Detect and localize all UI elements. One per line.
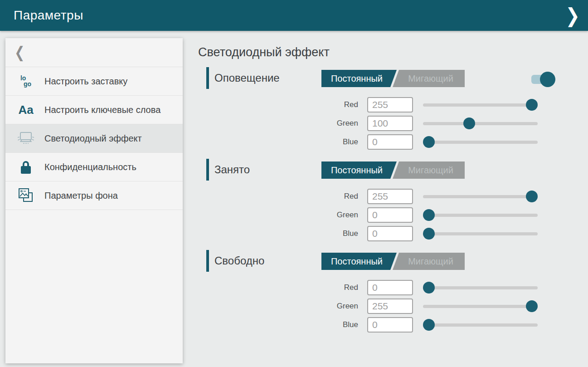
section-label: Свободно	[214, 250, 264, 272]
slider-thumb[interactable]	[423, 228, 435, 240]
rgb-rows: Red Green Blue	[317, 278, 538, 334]
section-notification: Оповещение Постоянный Мигающий Red Green	[0, 67, 588, 158]
channel-row-blue: Blue	[317, 224, 538, 243]
mode-toggle-group: Постоянный Мигающий	[321, 70, 465, 87]
slider-thumb[interactable]	[526, 191, 538, 202]
back-chevron-icon: ❮	[15, 44, 25, 62]
slider-thumb[interactable]	[463, 117, 475, 129]
channel-label: Red	[317, 100, 358, 109]
channel-label: Green	[317, 302, 358, 311]
channel-label: Blue	[317, 229, 358, 238]
slider-track	[423, 323, 538, 327]
channel-row-green: Green	[317, 297, 538, 315]
channel-row-green: Green	[317, 206, 538, 224]
section-accent-bar	[206, 250, 209, 272]
blue-slider[interactable]	[423, 226, 538, 241]
settings-app: Параметры ❯ ❮ lo go Настроить заставку A…	[0, 0, 588, 367]
channel-label: Red	[317, 283, 358, 292]
green-slider[interactable]	[423, 116, 538, 131]
channel-row-green: Green	[317, 114, 538, 132]
slider-track	[423, 122, 538, 125]
notification-enabled-switch[interactable]	[531, 72, 555, 87]
slider-track	[423, 195, 538, 198]
slider-track	[423, 141, 538, 144]
section-busy: Занято Постоянный Мигающий Red Green	[0, 159, 588, 250]
green-value-input[interactable]	[367, 116, 413, 131]
blue-slider[interactable]	[423, 134, 538, 150]
channel-row-blue: Blue	[317, 132, 538, 151]
red-slider[interactable]	[423, 280, 538, 295]
channel-label: Green	[317, 210, 358, 220]
blue-value-input[interactable]	[367, 226, 413, 241]
slider-thumb[interactable]	[526, 300, 538, 312]
mode-toggle-group: Постоянный Мигающий	[321, 161, 465, 179]
red-slider[interactable]	[423, 189, 538, 204]
mode-toggle-group: Постоянный Мигающий	[321, 253, 465, 270]
red-slider[interactable]	[423, 97, 538, 113]
section-label: Оповещение	[214, 67, 280, 89]
content-title: Светодиодный эффект	[198, 45, 330, 59]
slider-track	[423, 103, 538, 107]
section-label: Занято	[214, 159, 250, 181]
red-value-input[interactable]	[367, 97, 413, 113]
channel-row-blue: Blue	[317, 315, 538, 334]
green-value-input[interactable]	[367, 298, 413, 314]
channel-row-red: Red	[317, 278, 538, 297]
slider-thumb[interactable]	[526, 99, 538, 111]
blue-slider[interactable]	[423, 317, 538, 333]
green-value-input[interactable]	[367, 207, 413, 223]
green-slider[interactable]	[423, 298, 538, 314]
channel-row-red: Red	[317, 95, 538, 114]
blue-value-input[interactable]	[367, 317, 413, 333]
forward-chevron-icon[interactable]: ❯	[565, 3, 580, 28]
slider-thumb[interactable]	[423, 136, 435, 148]
channel-label: Blue	[317, 320, 358, 329]
channel-label: Blue	[317, 137, 358, 147]
page-title: Параметры	[14, 8, 83, 23]
section-free: Свободно Постоянный Мигающий Red Green	[0, 250, 588, 341]
red-value-input[interactable]	[367, 280, 413, 295]
slider-track	[423, 286, 538, 289]
slider-track	[423, 232, 538, 235]
sidebar-back-button[interactable]: ❮	[5, 38, 183, 67]
rgb-rows: Red Green Blue	[317, 187, 538, 243]
channel-label: Red	[317, 192, 358, 201]
slider-thumb[interactable]	[423, 282, 435, 294]
section-accent-bar	[206, 159, 209, 181]
blue-value-input[interactable]	[367, 134, 413, 150]
slider-track	[423, 214, 538, 217]
section-accent-bar	[206, 67, 209, 89]
rgb-rows: Red Green Blue	[317, 95, 538, 151]
slider-thumb[interactable]	[423, 319, 435, 331]
red-value-input[interactable]	[367, 189, 413, 204]
green-slider[interactable]	[423, 207, 538, 223]
slider-thumb[interactable]	[423, 209, 435, 221]
channel-label: Green	[317, 119, 358, 128]
switch-thumb	[540, 72, 555, 87]
channel-row-red: Red	[317, 187, 538, 206]
app-header: Параметры ❯	[0, 0, 588, 31]
slider-track	[423, 305, 538, 308]
